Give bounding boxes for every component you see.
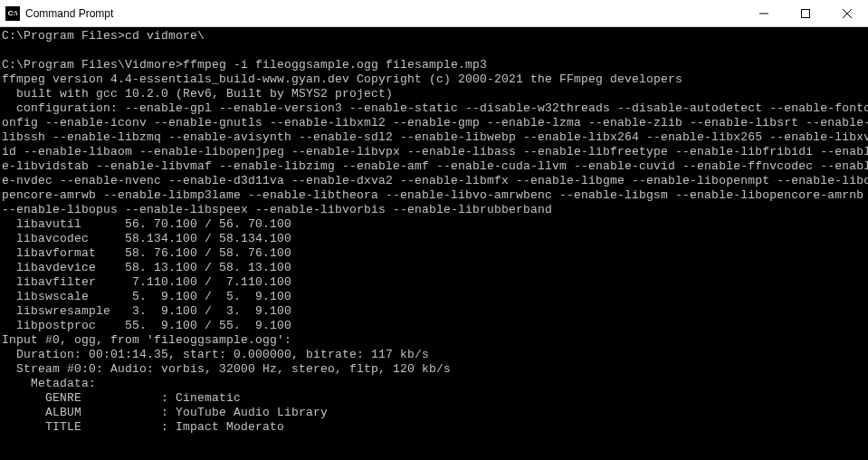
window-controls xyxy=(743,0,868,26)
maximize-button[interactable] xyxy=(785,0,826,26)
window-title: Command Prompt xyxy=(25,7,743,20)
cmd-icon: C:\ xyxy=(5,6,20,21)
window-titlebar: C:\ Command Prompt xyxy=(0,0,868,27)
terminal-output[interactable]: C:\Program Files>cd vidmore\ C:\Program … xyxy=(0,27,868,460)
minimize-button[interactable] xyxy=(743,0,785,26)
svg-rect-1 xyxy=(802,9,810,17)
close-button[interactable] xyxy=(826,0,868,26)
